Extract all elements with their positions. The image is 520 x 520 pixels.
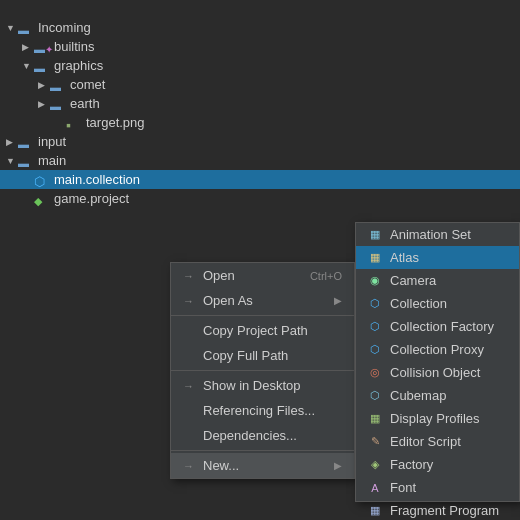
submenu-label: Display Profiles xyxy=(390,411,480,426)
submenu-icon: ◎ xyxy=(366,366,384,380)
tree-item-label: game.project xyxy=(54,191,129,206)
submenu-item-collection[interactable]: ⬡Collection xyxy=(356,292,519,315)
ctx-separator xyxy=(171,450,354,451)
ctx-icon: → xyxy=(183,460,197,472)
ctx-label: Dependencies... xyxy=(203,428,342,443)
ctx-icon: → xyxy=(183,270,197,282)
tree-item-label: earth xyxy=(70,96,100,111)
submenu-label: Cubemap xyxy=(390,388,446,403)
ctx-item-copy-project-path[interactable]: Copy Project Path xyxy=(171,318,354,343)
submenu-item-collection-factory[interactable]: ⬡Collection Factory xyxy=(356,315,519,338)
tree-item-label: input xyxy=(38,134,66,149)
ctx-label: Open As xyxy=(203,293,334,308)
ctx-label: New... xyxy=(203,458,334,473)
tree-item-earth[interactable]: ▶earth xyxy=(0,94,520,113)
submenu-icon: ⬡ xyxy=(366,389,384,403)
submenu-icon: ▦ xyxy=(366,504,384,518)
ctx-icon: → xyxy=(183,380,197,392)
submenu-icon: ▦ xyxy=(366,412,384,426)
ctx-item-open[interactable]: →OpenCtrl+O xyxy=(171,263,354,288)
tree-item-main[interactable]: ▼main xyxy=(0,151,520,170)
folder-icon xyxy=(18,155,34,167)
submenu-item-editor-script[interactable]: ✎Editor Script xyxy=(356,430,519,453)
file-png-icon xyxy=(66,117,82,129)
folder-icon xyxy=(34,60,50,72)
submenu-icon: ◉ xyxy=(366,274,384,288)
ctx-item-show-desktop[interactable]: →Show in Desktop xyxy=(171,373,354,398)
submenu-label: Collection Factory xyxy=(390,319,494,334)
submenu-icon: ⬡ xyxy=(366,320,384,334)
ctx-item-open-as[interactable]: →Open As▶ xyxy=(171,288,354,313)
collection-icon: ⬡ xyxy=(34,174,50,186)
tree-item-label: builtins xyxy=(54,39,94,54)
submenu-label: Collection xyxy=(390,296,447,311)
ctx-item-referencing[interactable]: Referencing Files... xyxy=(171,398,354,423)
ctx-submenu-arrow: ▶ xyxy=(334,295,342,306)
submenu-label: Collection Proxy xyxy=(390,342,484,357)
submenu-item-camera[interactable]: ◉Camera xyxy=(356,269,519,292)
folder-icon xyxy=(18,136,34,148)
tree-item-label: main.collection xyxy=(54,172,140,187)
ctx-item-new[interactable]: →New...▶ xyxy=(171,453,354,478)
tree-item-label: graphics xyxy=(54,58,103,73)
tree-arrow: ▼ xyxy=(6,156,18,166)
submenu-item-animation-set[interactable]: ▦Animation Set xyxy=(356,223,519,246)
tree-item-label: comet xyxy=(70,77,105,92)
ctx-label: Referencing Files... xyxy=(203,403,342,418)
ctx-label: Copy Full Path xyxy=(203,348,342,363)
ctx-item-dependencies[interactable]: Dependencies... xyxy=(171,423,354,448)
submenu-icon: A xyxy=(366,481,384,495)
tree-item-graphics[interactable]: ▼graphics xyxy=(0,56,520,75)
submenu-item-display-profiles[interactable]: ▦Display Profiles xyxy=(356,407,519,430)
submenu-icon: ⬡ xyxy=(366,297,384,311)
tree-item-input[interactable]: ▶input xyxy=(0,132,520,151)
ctx-label: Copy Project Path xyxy=(203,323,342,338)
submenu-item-collision-object[interactable]: ◎Collision Object xyxy=(356,361,519,384)
tree-item-comet[interactable]: ▶comet xyxy=(0,75,520,94)
tree-arrow: ▶ xyxy=(38,80,50,90)
submenu-item-atlas[interactable]: ▦Atlas xyxy=(356,246,519,269)
submenu-new: ▦Animation Set▦Atlas◉Camera⬡Collection⬡C… xyxy=(355,222,520,502)
tree-item-label: main xyxy=(38,153,66,168)
ctx-label: Open xyxy=(203,268,310,283)
tree-item-incoming[interactable]: ▼Incoming xyxy=(0,18,520,37)
tree-item-main-collection[interactable]: ⬡main.collection xyxy=(0,170,520,189)
submenu-item-cubemap[interactable]: ⬡Cubemap xyxy=(356,384,519,407)
submenu-label: Fragment Program xyxy=(390,503,499,518)
folder-icon xyxy=(18,22,34,34)
panel-title xyxy=(0,8,520,18)
ctx-shortcut: Ctrl+O xyxy=(310,270,342,282)
tree-arrow: ▶ xyxy=(38,99,50,109)
ctx-label: Show in Desktop xyxy=(203,378,342,393)
builtin-icon: ✦ xyxy=(34,41,50,53)
submenu-label: Animation Set xyxy=(390,227,471,242)
submenu-label: Font xyxy=(390,480,416,495)
submenu-label: Atlas xyxy=(390,250,419,265)
tree-arrow: ▶ xyxy=(22,42,34,52)
tree-item-game-project[interactable]: ◆game.project xyxy=(0,189,520,208)
tree-arrow: ▶ xyxy=(6,137,18,147)
tree-arrow: ▼ xyxy=(6,23,18,33)
submenu-label: Collision Object xyxy=(390,365,480,380)
submenu-icon: ✎ xyxy=(366,435,384,449)
submenu-icon: ◈ xyxy=(366,458,384,472)
tree-item-label: target.png xyxy=(86,115,145,130)
tree-item-target[interactable]: target.png xyxy=(0,113,520,132)
ctx-separator xyxy=(171,315,354,316)
ctx-item-copy-full-path[interactable]: Copy Full Path xyxy=(171,343,354,368)
ctx-separator xyxy=(171,370,354,371)
submenu-item-collection-proxy[interactable]: ⬡Collection Proxy xyxy=(356,338,519,361)
tree-item-builtins[interactable]: ▶✦builtins xyxy=(0,37,520,56)
project-icon: ◆ xyxy=(34,193,50,205)
tree-arrow: ▼ xyxy=(22,61,34,71)
submenu-icon: ▦ xyxy=(366,228,384,242)
submenu-item-fragment-program[interactable]: ▦Fragment Program xyxy=(356,499,519,520)
context-menu: →OpenCtrl+O→Open As▶Copy Project PathCop… xyxy=(170,262,355,479)
submenu-icon: ▦ xyxy=(366,251,384,265)
ctx-icon: → xyxy=(183,295,197,307)
submenu-label: Factory xyxy=(390,457,433,472)
submenu-icon: ⬡ xyxy=(366,343,384,357)
submenu-item-font[interactable]: AFont xyxy=(356,476,519,499)
submenu-item-factory[interactable]: ◈Factory xyxy=(356,453,519,476)
file-tree: ▼Incoming▶✦builtins▼graphics▶comet▶earth… xyxy=(0,18,520,208)
